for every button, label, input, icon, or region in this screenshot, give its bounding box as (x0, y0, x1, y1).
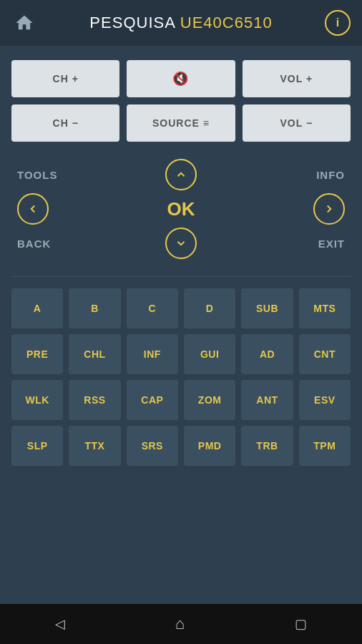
key-pre[interactable]: PRE (11, 334, 63, 374)
ok-label: OK (167, 198, 195, 220)
key-ad[interactable]: AD (241, 334, 293, 374)
nav-middle-row: OK (11, 193, 351, 225)
nav-top-row: TOOLS INFO (11, 159, 351, 190)
home-button[interactable] (11, 10, 37, 36)
android-nav-bar: ◁ ⌂ ▢ (0, 604, 362, 644)
key-chl[interactable]: CHL (69, 334, 120, 374)
android-recent-icon: ▢ (295, 617, 307, 631)
source-button[interactable]: SOURCE ≡ (127, 104, 235, 142)
keypad-grid: A B C D SUB MTS PRE CHL INF GUI AD CNT W… (11, 288, 351, 477)
key-c[interactable]: C (127, 288, 178, 328)
header: PESQUISA UE40C6510 i (0, 0, 362, 46)
ch-plus-button[interactable]: CH + (11, 60, 119, 97)
nav-bottom-row: BACK EXIT (11, 228, 351, 259)
source-label: SOURCE ≡ (152, 117, 210, 129)
ch-minus-button[interactable]: CH − (11, 104, 119, 142)
key-tpm[interactable]: TPM (299, 426, 351, 466)
control-rows: CH + 🔇 VOL + CH − SOURCE ≡ VOL − (11, 60, 351, 142)
mute-icon: 🔇 (172, 71, 189, 87)
title-gold: UE40C6510 (180, 14, 273, 31)
vol-minus-label: VOL − (280, 117, 313, 129)
vol-plus-label: VOL + (280, 73, 313, 84)
nav-down-button[interactable] (165, 228, 197, 259)
key-ant[interactable]: ANT (241, 380, 293, 420)
nav-section: TOOLS INFO OK (11, 159, 351, 262)
key-mts[interactable]: MTS (299, 288, 351, 328)
key-rss[interactable]: RSS (69, 380, 120, 420)
divider (11, 276, 351, 277)
mute-button[interactable]: 🔇 (127, 60, 235, 97)
key-b[interactable]: B (69, 288, 120, 328)
android-home-button[interactable]: ⌂ (175, 615, 185, 633)
vol-plus-button[interactable]: VOL + (243, 60, 351, 97)
header-title: PESQUISA UE40C6510 (89, 14, 272, 32)
key-zom[interactable]: ZOM (184, 380, 235, 420)
chevron-up-icon (175, 168, 187, 181)
key-esv[interactable]: ESV (299, 380, 351, 420)
chevron-right-icon (323, 203, 336, 215)
key-gui[interactable]: GUI (184, 334, 235, 374)
ch-minus-label: CH − (53, 117, 79, 129)
control-row-1: CH + 🔇 VOL + (11, 60, 351, 97)
info-button[interactable]: i (325, 10, 351, 36)
vol-minus-button[interactable]: VOL − (243, 104, 351, 142)
info-label[interactable]: INFO (288, 169, 345, 181)
key-cnt[interactable]: CNT (299, 334, 351, 374)
back-label[interactable]: BACK (17, 238, 74, 250)
android-home-icon: ⌂ (175, 615, 185, 633)
main-content: CH + 🔇 VOL + CH − SOURCE ≡ VOL − TOOLS (0, 46, 362, 604)
chevron-left-icon (26, 203, 39, 215)
key-wlk[interactable]: WLK (11, 380, 63, 420)
control-row-2: CH − SOURCE ≡ VOL − (11, 104, 351, 142)
nav-right-button[interactable] (313, 193, 345, 225)
key-trb[interactable]: TRB (241, 426, 293, 466)
info-label: i (336, 16, 339, 29)
android-back-button[interactable]: ◁ (55, 616, 65, 632)
nav-left-button[interactable] (17, 193, 49, 225)
ok-button[interactable]: OK (152, 198, 210, 220)
title-white: PESQUISA (89, 14, 175, 31)
key-cap[interactable]: CAP (127, 380, 178, 420)
ch-plus-label: CH + (53, 73, 79, 84)
key-slp[interactable]: SLP (11, 426, 63, 466)
exit-label[interactable]: EXIT (288, 238, 345, 250)
nav-up-button[interactable] (165, 159, 197, 190)
chevron-down-icon (175, 237, 187, 250)
key-ttx[interactable]: TTX (69, 426, 120, 466)
key-pmd[interactable]: PMD (184, 426, 235, 466)
key-d[interactable]: D (184, 288, 235, 328)
android-back-icon: ◁ (55, 617, 65, 631)
key-sub[interactable]: SUB (241, 288, 293, 328)
tools-label[interactable]: TOOLS (17, 169, 74, 181)
key-a[interactable]: A (11, 288, 63, 328)
key-inf[interactable]: INF (127, 334, 178, 374)
key-srs[interactable]: SRS (127, 426, 178, 466)
android-recent-button[interactable]: ▢ (295, 616, 307, 632)
home-icon (14, 13, 34, 33)
